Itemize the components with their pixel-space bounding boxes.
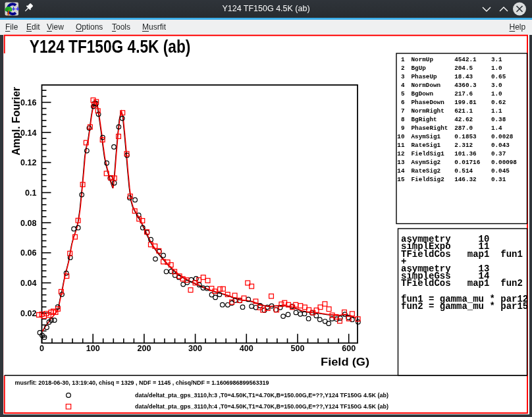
svg-text:0.38: 0.38 [491, 116, 506, 123]
svg-text:Field (G): Field (G) [321, 356, 369, 368]
svg-text:0.65: 0.65 [491, 73, 506, 80]
svg-text:Ampl. Fourier: Ampl. Fourier [11, 87, 22, 155]
svg-text:3.1: 3.1 [491, 56, 502, 63]
svg-text:0.01716: 0.01716 [454, 159, 480, 166]
svg-text:621.1: 621.1 [454, 107, 473, 115]
svg-text:NormRight: NormRight [412, 107, 444, 115]
svg-text:146.32: 146.32 [454, 176, 477, 183]
svg-text:15: 15 [397, 176, 405, 183]
svg-text:204.5: 204.5 [454, 65, 473, 72]
svg-text:Y124 TF150G 4.5K (ab): Y124 TF150G 4.5K (ab) [30, 36, 190, 57]
svg-text:300: 300 [188, 344, 202, 353]
svg-text:2.312: 2.312 [454, 142, 473, 149]
svg-text:BgRight: BgRight [412, 116, 437, 123]
svg-text:data/deltat_pta_gps_3110,h:3 ,: data/deltat_pta_gps_3110,h:3 ,T0=4.50K,T… [135, 392, 388, 399]
svg-text:AsymSig1: AsymSig1 [412, 133, 441, 140]
svg-text:4: 4 [401, 82, 405, 89]
svg-text:PhaseRight: PhaseRight [412, 125, 448, 132]
svg-text:0.62: 0.62 [491, 99, 506, 106]
svg-text:600: 600 [342, 344, 356, 353]
svg-text:BgDown: BgDown [412, 90, 434, 97]
svg-text:1: 1 [401, 56, 405, 63]
svg-text:1.1: 1.1 [491, 107, 502, 115]
svg-text:0.514: 0.514 [454, 167, 473, 175]
svg-text:6: 6 [401, 99, 405, 106]
svg-text:10: 10 [397, 133, 405, 140]
svg-text:NormUp: NormUp [412, 56, 434, 63]
svg-text:0.00098: 0.00098 [491, 159, 517, 166]
svg-text:NormDown: NormDown [412, 82, 441, 89]
svg-text:0.37: 0.37 [491, 150, 506, 157]
svg-text:FieldSig2: FieldSig2 [412, 176, 445, 183]
svg-text:100: 100 [86, 344, 100, 353]
svg-text:199.81: 199.81 [454, 99, 477, 106]
svg-text:9: 9 [401, 125, 405, 132]
svg-text:3: 3 [401, 73, 405, 80]
svg-text:1.0: 1.0 [491, 90, 502, 97]
svg-text:217.6: 217.6 [454, 90, 473, 97]
svg-text:287.0: 287.0 [454, 125, 473, 132]
svg-text:AsymSig2: AsymSig2 [412, 159, 441, 166]
svg-text:fun2 = gamma_mu * par15: fun2 = gamma_mu * par15 [401, 301, 528, 312]
svg-text:0.04: 0.04 [20, 279, 37, 288]
svg-text:0.0028: 0.0028 [491, 133, 514, 140]
svg-text:12: 12 [397, 150, 405, 157]
svg-text:2: 2 [401, 65, 405, 72]
svg-text:TFieldCos map1 fun1: TFieldCos map1 fun1 [401, 249, 523, 260]
svg-text:11: 11 [397, 142, 405, 149]
svg-text:data/deltat_pta_gps_3110,h:4 ,: data/deltat_pta_gps_3110,h:4 ,T0=4.50K,T… [135, 403, 388, 410]
svg-text:200: 200 [137, 344, 151, 353]
svg-text:5: 5 [401, 90, 405, 97]
svg-text:101.36: 101.36 [454, 150, 477, 157]
svg-text:0.02: 0.02 [20, 309, 37, 318]
svg-text:18.43: 18.43 [454, 73, 473, 80]
svg-text:0.043: 0.043 [491, 142, 510, 149]
svg-text:4542.1: 4542.1 [454, 56, 477, 63]
svg-text:3.0: 3.0 [491, 82, 502, 89]
svg-text:RateSig1: RateSig1 [412, 142, 441, 149]
svg-text:1.4: 1.4 [491, 125, 502, 132]
svg-text:400: 400 [240, 344, 253, 353]
svg-text:1.0: 1.0 [491, 65, 502, 72]
svg-text:500: 500 [290, 344, 304, 353]
svg-text:14: 14 [397, 167, 405, 175]
svg-text:0.06: 0.06 [20, 248, 37, 258]
svg-text:0.045: 0.045 [491, 167, 510, 175]
svg-text:FieldSig1: FieldSig1 [412, 150, 445, 157]
svg-text:0.16: 0.16 [20, 98, 37, 107]
svg-text:musrfit: 2018-06-30, 13:19:40,: musrfit: 2018-06-30, 13:19:40, chisq = 1… [15, 379, 269, 386]
svg-text:8: 8 [401, 116, 405, 123]
svg-text:0.1853: 0.1853 [454, 133, 477, 140]
svg-text:TFieldCos map1 fun2: TFieldCos map1 fun2 [401, 278, 523, 289]
svg-text:0.08: 0.08 [20, 219, 37, 228]
svg-text:0: 0 [40, 344, 44, 353]
svg-text:PhaseDown: PhaseDown [412, 99, 445, 106]
svg-text:4360.3: 4360.3 [454, 82, 477, 89]
svg-text:7: 7 [401, 107, 405, 115]
svg-text:RateSig2: RateSig2 [412, 167, 441, 175]
svg-text:BgUp: BgUp [412, 65, 427, 72]
svg-text:13: 13 [397, 159, 405, 166]
svg-text:0.12: 0.12 [20, 158, 37, 167]
svg-text:0.31: 0.31 [491, 176, 506, 183]
svg-text:PhaseUp: PhaseUp [412, 73, 437, 80]
svg-text:0.1: 0.1 [25, 188, 37, 198]
svg-text:0.14: 0.14 [20, 128, 37, 138]
svg-text:42.62: 42.62 [454, 116, 473, 123]
